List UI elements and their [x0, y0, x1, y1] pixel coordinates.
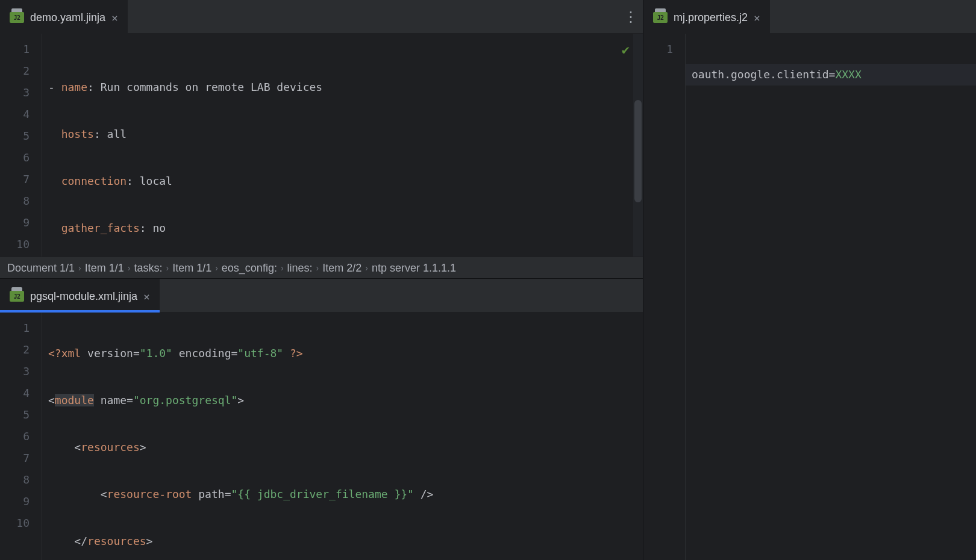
tab-bar: demo.yaml.jinja × ⋮ — [0, 0, 643, 34]
code-area[interactable]: <?xml version="1.0" encoding="utf-8" ?> … — [42, 313, 643, 560]
breadcrumb: Document 1/1› Item 1/1› tasks:› Item 1/1… — [0, 257, 643, 278]
gutter: 12345678910 — [0, 34, 42, 257]
breadcrumb-item[interactable]: lines: — [287, 257, 313, 279]
editor-area[interactable]: 1 oauth.google.clientid=XXXX — [643, 34, 976, 560]
breadcrumb-item[interactable]: Document 1/1 — [7, 257, 75, 279]
inspection-ok-icon[interactable]: ✔ — [622, 42, 630, 57]
jinja-file-icon — [653, 12, 668, 23]
editor-pane-mj-properties: mj.properties.j2 × 1 oauth.google.client… — [643, 0, 976, 560]
jinja-file-icon — [10, 12, 24, 23]
scrollbar-thumb[interactable] — [634, 100, 642, 202]
breadcrumb-item[interactable]: Item 1/1 — [85, 257, 124, 279]
tab-label: mj.properties.j2 — [674, 11, 748, 24]
breadcrumb-item[interactable]: ntp server 1.1.1.1 — [372, 257, 456, 279]
editor-area[interactable]: 12345678910 ✔ - name: Run commands on re… — [0, 34, 643, 257]
breadcrumb-item[interactable]: Item 2/2 — [322, 257, 361, 279]
tab-label: demo.yaml.jinja — [30, 11, 105, 24]
breadcrumb-item[interactable]: tasks: — [134, 257, 162, 279]
breadcrumb-item[interactable]: Item 1/1 — [172, 257, 211, 279]
close-icon[interactable]: × — [111, 11, 118, 24]
editor-pane-demo-yaml: demo.yaml.jinja × ⋮ 12345678910 ✔ - name… — [0, 0, 643, 278]
editor-area[interactable]: 12345678910 <?xml version="1.0" encoding… — [0, 313, 643, 560]
tab-overflow-icon[interactable]: ⋮ — [619, 0, 643, 33]
tab-demo-yaml[interactable]: demo.yaml.jinja × — [0, 0, 128, 33]
close-icon[interactable]: × — [754, 11, 760, 24]
gutter: 12345678910 — [0, 313, 42, 560]
code-area[interactable]: oauth.google.clientid=XXXX — [686, 34, 976, 560]
tab-label: pgsql-module.xml.jinja — [30, 290, 137, 303]
tab-pgsql-xml[interactable]: pgsql-module.xml.jinja × — [0, 279, 160, 312]
tab-mj-properties[interactable]: mj.properties.j2 × — [643, 0, 770, 33]
gutter: 1 — [643, 34, 686, 560]
editor-pane-pgsql-xml: pgsql-module.xml.jinja × 12345678910 <?x… — [0, 278, 643, 560]
tab-bar: mj.properties.j2 × — [643, 0, 976, 34]
code-area[interactable]: ✔ - name: Run commands on remote LAB dev… — [42, 34, 643, 257]
jinja-file-icon — [10, 291, 24, 302]
app-root: demo.yaml.jinja × ⋮ 12345678910 ✔ - name… — [0, 0, 976, 560]
close-icon[interactable]: × — [143, 290, 150, 303]
tab-bar: pgsql-module.xml.jinja × — [0, 279, 643, 313]
breadcrumb-item[interactable]: eos_config: — [222, 257, 277, 279]
